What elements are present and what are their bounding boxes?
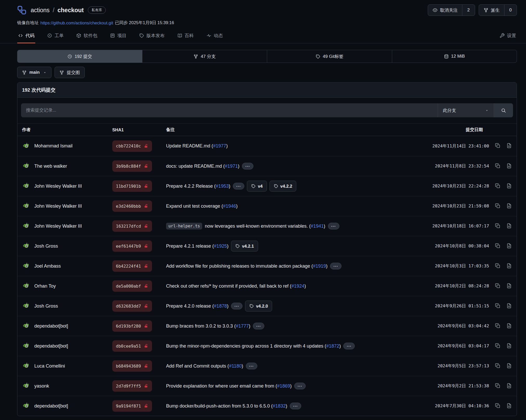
expand-commit-body-button[interactable]: ··· xyxy=(294,383,306,389)
issue-link[interactable]: #1953 xyxy=(216,184,229,189)
issue-link[interactable]: #1971 xyxy=(225,164,238,169)
copy-sha-button[interactable] xyxy=(495,283,501,289)
issue-link[interactable]: #1777 xyxy=(236,323,249,329)
copy-sha-button[interactable] xyxy=(495,323,501,329)
browse-source-button[interactable] xyxy=(506,243,512,249)
mirror-url-link[interactable]: https://github.com/actions/checkout.git xyxy=(41,21,113,25)
commit-sha-badge[interactable]: b684943689 xyxy=(112,360,152,372)
issue-link[interactable]: #1924 xyxy=(291,283,304,289)
commit-author[interactable]: Josh Gross xyxy=(34,303,58,309)
issue-link[interactable]: #1941 xyxy=(311,223,324,229)
copy-sha-button[interactable] xyxy=(495,363,501,369)
copy-sha-button[interactable] xyxy=(495,183,501,189)
copy-sha-button[interactable] xyxy=(495,403,501,409)
tag-button[interactable]: v4 xyxy=(247,181,267,192)
fork-button[interactable]: 派生 0 xyxy=(479,4,517,16)
tab-wiki[interactable]: 百科 xyxy=(176,29,195,43)
stat-size[interactable]: 12 MiB xyxy=(392,50,517,63)
browse-source-button[interactable] xyxy=(506,143,512,149)
commit-author[interactable]: yasonk xyxy=(34,383,49,389)
copy-sha-button[interactable] xyxy=(495,243,501,249)
repo-owner-link[interactable]: actions xyxy=(31,7,50,14)
tag-button[interactable]: v4.2.0 xyxy=(245,301,272,311)
expand-commit-body-button[interactable]: ··· xyxy=(233,183,244,189)
commit-sha-badge[interactable]: db0cee9a51 xyxy=(112,340,152,352)
commit-author[interactable]: Josh Gross xyxy=(34,243,58,249)
repo-name-link[interactable]: checkout xyxy=(57,7,84,14)
tag-button[interactable]: v4.2.1 xyxy=(231,241,258,252)
tab-projects[interactable]: 项目 xyxy=(109,29,127,43)
browse-source-button[interactable] xyxy=(506,183,512,189)
expand-commit-body-button[interactable]: ··· xyxy=(328,223,339,229)
expand-commit-body-button[interactable]: ··· xyxy=(231,303,242,309)
issue-link[interactable]: #1977 xyxy=(213,143,226,148)
commit-author[interactable]: Luca Comellini xyxy=(34,363,65,369)
issue-link[interactable]: #1925 xyxy=(214,243,227,249)
tab-releases[interactable]: 版本发布 xyxy=(138,29,166,43)
issue-link[interactable]: #1180 xyxy=(229,363,242,369)
browse-source-button[interactable] xyxy=(506,283,512,289)
commit-graph-button[interactable]: 提交图 xyxy=(55,67,85,78)
issue-link[interactable]: #1946 xyxy=(223,204,236,209)
commit-author[interactable]: John Wesley Walker III xyxy=(34,184,82,189)
copy-sha-button[interactable] xyxy=(495,223,501,229)
issue-link[interactable]: #1872 xyxy=(326,343,339,349)
commit-sha-badge[interactable]: e3d2460bbb xyxy=(112,200,152,212)
search-input[interactable] xyxy=(21,103,438,117)
tab-code[interactable]: 代码 xyxy=(17,29,35,43)
expand-commit-body-button[interactable]: ··· xyxy=(246,363,257,369)
expand-commit-body-button[interactable]: ··· xyxy=(242,163,253,170)
commit-sha-badge[interactable]: 2d7d9f7ff5 xyxy=(112,380,152,392)
tab-packages[interactable]: 软件包 xyxy=(75,29,98,43)
issue-link[interactable]: #1878 xyxy=(214,303,227,309)
copy-sha-button[interactable] xyxy=(495,143,501,149)
watchers-count[interactable]: 2 xyxy=(462,5,475,16)
stat-tags[interactable]: 49 Git标签 xyxy=(267,50,392,63)
commit-sha-badge[interactable]: 11bd71901b xyxy=(112,180,152,192)
browse-source-button[interactable] xyxy=(506,263,512,269)
commit-sha-badge[interactable]: 6b42224f41 xyxy=(112,260,152,272)
browse-source-button[interactable] xyxy=(506,403,512,409)
tab-issues[interactable]: 工单 xyxy=(46,29,64,43)
stat-commits[interactable]: 192 提交 xyxy=(17,50,142,63)
commit-sha-badge[interactable]: de5a000abf xyxy=(112,280,152,292)
branch-filter-dropdown[interactable]: 此分支 xyxy=(438,103,494,117)
copy-sha-button[interactable] xyxy=(495,163,501,170)
commit-sha-badge[interactable]: eef61447b9 xyxy=(112,240,152,252)
browse-source-button[interactable] xyxy=(506,323,512,329)
search-button[interactable] xyxy=(494,103,513,117)
stat-branches[interactable]: 47 分支 xyxy=(142,50,267,63)
tag-button[interactable]: v4.2.2 xyxy=(269,181,297,192)
forks-count[interactable]: 0 xyxy=(504,5,517,16)
commit-author[interactable]: Joel Ambass xyxy=(34,263,61,269)
browse-source-button[interactable] xyxy=(506,343,512,349)
issue-link[interactable]: #1832 xyxy=(273,403,286,409)
browse-source-button[interactable] xyxy=(506,303,512,309)
issue-link[interactable]: #1919 xyxy=(313,263,326,269)
tab-settings[interactable]: 设置 xyxy=(499,29,517,43)
commit-sha-badge[interactable]: 9a9194f871 xyxy=(112,400,152,412)
commit-author[interactable]: The web walker xyxy=(34,164,67,169)
commit-author[interactable]: dependabot[bot] xyxy=(34,323,68,329)
tab-activity[interactable]: 动态 xyxy=(206,29,224,43)
commit-sha-badge[interactable]: 3b9b8c884f xyxy=(112,160,152,172)
browse-source-button[interactable] xyxy=(506,383,512,389)
copy-sha-button[interactable] xyxy=(495,343,501,349)
copy-sha-button[interactable] xyxy=(495,203,501,209)
browse-source-button[interactable] xyxy=(506,203,512,209)
commit-author[interactable]: dependabot[bot] xyxy=(34,403,68,409)
commit-author[interactable]: Orhan Toy xyxy=(34,283,56,289)
copy-sha-button[interactable] xyxy=(495,263,501,269)
browse-source-button[interactable] xyxy=(506,223,512,229)
browse-source-button[interactable] xyxy=(506,363,512,369)
commit-author[interactable]: John Wesley Walker III xyxy=(34,204,82,209)
expand-commit-body-button[interactable]: ··· xyxy=(253,323,264,329)
expand-commit-body-button[interactable]: ··· xyxy=(343,343,355,349)
expand-commit-body-button[interactable]: ··· xyxy=(330,263,341,269)
copy-sha-button[interactable] xyxy=(495,383,501,389)
unwatch-button[interactable]: 取消关注 2 xyxy=(428,4,475,16)
expand-commit-body-button[interactable]: ··· xyxy=(290,403,301,409)
commit-sha-badge[interactable]: 6d193bf280 xyxy=(112,320,152,332)
issue-link[interactable]: #1869 xyxy=(277,383,290,389)
browse-source-button[interactable] xyxy=(506,163,512,170)
